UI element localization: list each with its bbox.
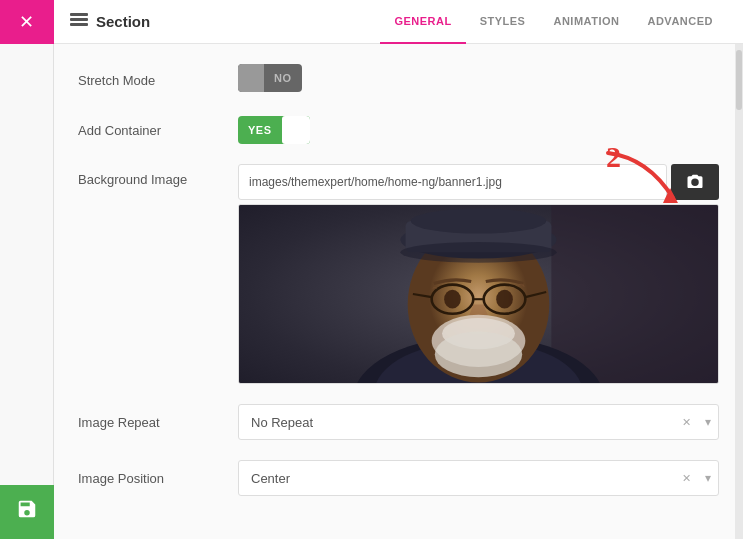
stretch-mode-control: NO — [238, 64, 719, 96]
tab-advanced[interactable]: ADVANCED — [633, 0, 727, 44]
close-icon: ✕ — [19, 11, 34, 33]
image-position-control: Center Top Bottom Left Right ▾ — [238, 460, 719, 496]
image-repeat-select-wrapper: No Repeat Repeat Repeat X Repeat Y ▾ — [238, 404, 719, 440]
image-repeat-control: No Repeat Repeat Repeat X Repeat Y ▾ — [238, 404, 719, 440]
stretch-mode-toggle[interactable]: NO — [238, 64, 302, 92]
add-container-row: Add Container YES — [78, 116, 719, 144]
add-container-control: YES — [238, 116, 719, 144]
tab-animation[interactable]: ANIMATION — [539, 0, 633, 44]
tab-styles[interactable]: STYLES — [466, 0, 540, 44]
section-icon — [70, 13, 88, 31]
toggle-yes-label: YES — [238, 124, 282, 136]
scrollbar-thumb[interactable] — [736, 50, 742, 110]
image-preview-inner — [239, 205, 718, 383]
svg-rect-2 — [70, 23, 88, 26]
image-repeat-select[interactable]: No Repeat Repeat Repeat X Repeat Y — [238, 404, 719, 440]
tab-bar: GENERAL STYLES ANIMATION ADVANCED — [380, 0, 727, 44]
panel-title: Section — [96, 13, 380, 30]
tab-general[interactable]: GENERAL — [380, 0, 465, 44]
svg-point-22 — [435, 331, 522, 377]
background-image-label: Background Image — [78, 164, 238, 187]
sidebar: ✕ — [0, 0, 54, 539]
main-panel: Section GENERAL STYLES ANIMATION ADVANCE… — [54, 0, 743, 539]
close-button[interactable]: ✕ — [0, 0, 54, 44]
background-image-control — [238, 164, 719, 384]
toggle-yes-knob — [282, 116, 310, 144]
svg-rect-1 — [70, 18, 88, 21]
settings-panel: Section GENERAL STYLES ANIMATION ADVANCE… — [54, 0, 743, 539]
bg-image-field — [238, 164, 719, 200]
add-container-label: Add Container — [78, 123, 238, 138]
content-area: Stretch Mode NO Add Container YES — [54, 44, 743, 539]
toggle-knob — [238, 64, 264, 92]
svg-rect-0 — [70, 13, 88, 16]
scrollbar-track[interactable] — [735, 44, 743, 539]
svg-point-18 — [444, 290, 461, 309]
toggle-label: NO — [264, 72, 302, 84]
panel-header: Section GENERAL STYLES ANIMATION ADVANCE… — [54, 0, 743, 44]
bg-image-browse-button[interactable] — [671, 164, 719, 200]
image-position-select-wrapper: Center Top Bottom Left Right ▾ — [238, 460, 719, 496]
image-repeat-label: Image Repeat — [78, 415, 238, 430]
svg-point-12 — [400, 242, 556, 263]
bg-image-input[interactable] — [238, 164, 667, 200]
stretch-mode-row: Stretch Mode NO — [78, 64, 719, 96]
image-position-select[interactable]: Center Top Bottom Left Right — [238, 460, 719, 496]
add-container-toggle[interactable]: YES — [238, 116, 310, 144]
save-button[interactable] — [0, 485, 54, 539]
svg-point-19 — [496, 290, 513, 309]
image-position-label: Image Position — [78, 471, 238, 486]
image-position-row: Image Position Center Top Bottom Left Ri… — [78, 460, 719, 496]
camera-icon — [686, 172, 704, 192]
svg-point-11 — [411, 209, 546, 234]
stretch-mode-label: Stretch Mode — [78, 73, 238, 88]
background-image-row: Background Image — [78, 164, 719, 384]
image-repeat-row: Image Repeat No Repeat Repeat Repeat X R… — [78, 404, 719, 440]
save-icon — [16, 498, 38, 526]
svg-rect-4 — [551, 205, 718, 383]
image-preview — [238, 204, 719, 384]
